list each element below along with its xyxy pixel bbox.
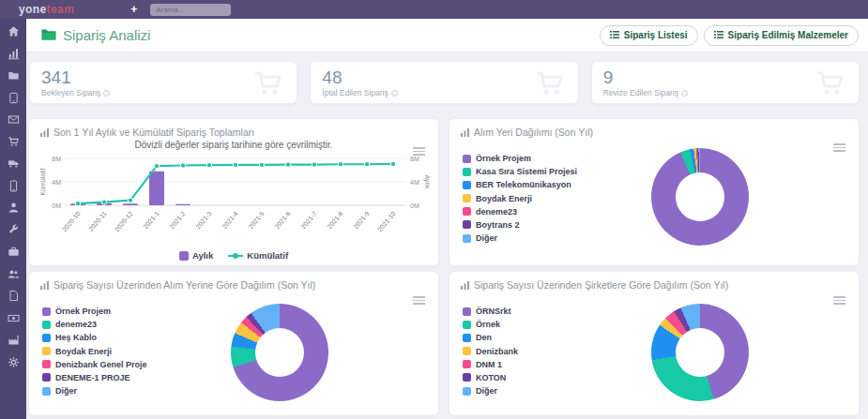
legend-item[interactable]: Heş Kablo — [42, 333, 147, 342]
search-input[interactable] — [150, 4, 231, 16]
chart-menu-icon[interactable] — [833, 296, 845, 307]
info-icon[interactable]: i — [103, 90, 110, 97]
sidebar-item-tablet-icon[interactable] — [6, 92, 21, 104]
factory-icon — [8, 334, 20, 346]
legend-item[interactable]: deneme23 — [463, 207, 577, 217]
info-icon[interactable]: i — [681, 90, 688, 97]
siparis-listesi-button[interactable]: Sipariş Listesi — [600, 25, 698, 46]
info-icon[interactable]: i — [391, 90, 398, 97]
bar[interactable] — [175, 204, 190, 205]
legend-item[interactable]: Örnek Projem — [42, 307, 147, 316]
stat-value: 48 — [322, 67, 566, 88]
line-marker[interactable] — [364, 162, 369, 167]
legend-item[interactable]: DENEME-1 PROJE — [42, 373, 147, 382]
sidebar-item-folder-icon[interactable] — [6, 69, 21, 82]
home-icon — [8, 25, 20, 37]
line-marker[interactable] — [128, 198, 132, 202]
legend-item[interactable]: Kasa Sıra Sistemi Projesi — [463, 167, 577, 176]
legend-item[interactable]: deneme23 — [42, 320, 147, 329]
sidebar-item-envelope-icon[interactable] — [6, 113, 21, 126]
sidebar-item-money-icon[interactable] — [6, 312, 21, 324]
svg-text:2020-11: 2020-11 — [87, 210, 108, 232]
legend-item[interactable]: Denizbank — [463, 347, 518, 356]
sidebar-item-wrench-icon[interactable] — [6, 224, 21, 236]
legend-swatch — [42, 373, 51, 382]
chart-icon — [461, 281, 469, 290]
chart-menu-icon[interactable] — [413, 296, 425, 307]
legend-item[interactable]: Diğer — [42, 386, 147, 396]
line-marker[interactable] — [180, 163, 185, 168]
sidebar-item-users-icon[interactable] — [6, 268, 21, 280]
legend-swatch — [42, 360, 51, 368]
legend-item[interactable]: BER Telekomünikasyon — [463, 180, 577, 189]
line-marker[interactable] — [233, 162, 237, 167]
line-marker[interactable] — [206, 162, 211, 167]
cart-icon — [253, 70, 283, 100]
svg-text:8M: 8M — [52, 156, 61, 162]
legend-item[interactable]: Diğer — [463, 233, 577, 243]
stat-card-iptal: 48 İptal Edilen Sipariş i — [310, 61, 578, 104]
legend-item[interactable]: Örnek Projem — [463, 154, 577, 163]
stat-label: İptal Edilen Sipariş — [322, 88, 388, 97]
add-icon[interactable]: + — [130, 4, 137, 15]
bar[interactable] — [123, 203, 138, 205]
donut-chart[interactable] — [651, 148, 749, 246]
donut-chart[interactable] — [231, 304, 328, 401]
legend-item-aylik[interactable]: Aylık — [179, 250, 213, 261]
sidebar-item-cart-icon[interactable] — [6, 136, 21, 148]
sidebar-item-truck-icon[interactable] — [6, 157, 21, 170]
donut-legend: ÖRNSrktÖrnekDenDenizbankDNM 1KOTONDiğer — [463, 307, 518, 396]
tablet-icon — [8, 92, 20, 104]
svg-text:2020-12: 2020-12 — [114, 210, 134, 232]
legend-label: Örnek Projem — [55, 307, 111, 316]
legend-label: deneme23 — [55, 320, 97, 329]
bar[interactable] — [149, 172, 164, 205]
stat-cards-row: 341 Bekleyen Sipariş i 48 İptal Edilen S… — [26, 52, 868, 104]
donut-hole — [676, 328, 724, 377]
line-marker[interactable] — [259, 162, 264, 167]
sidebar-item-file-icon[interactable] — [6, 290, 21, 302]
legend-item[interactable]: Boydak Enerji — [463, 194, 577, 203]
legend-item[interactable]: KOTON — [463, 373, 518, 382]
legend-swatch — [463, 347, 471, 355]
legend-item[interactable]: DNM 1 — [463, 360, 518, 369]
sidebar-item-gear-icon[interactable] — [6, 356, 21, 368]
stat-label: Bekleyen Sipariş — [41, 88, 100, 97]
app-logo[interactable]: yoneteam — [19, 3, 74, 16]
legend-label: deneme23 — [476, 207, 517, 217]
line-marker[interactable] — [390, 161, 395, 166]
legend-item[interactable]: Diğer — [463, 386, 518, 396]
legend-item[interactable]: ÖRNSrkt — [463, 307, 518, 316]
legend-item-kumulatif[interactable]: Kümülatif — [228, 250, 288, 261]
line-marker[interactable] — [285, 162, 290, 167]
combo-chart[interactable]: 0M0M4M4M8M8MKümülatifAylık2020-102020-11… — [38, 151, 431, 248]
svg-text:2021-5: 2021-5 — [247, 210, 265, 230]
line-marker[interactable] — [312, 162, 316, 167]
line-marker[interactable] — [101, 200, 106, 204]
legend-swatch — [463, 387, 471, 396]
sidebar-item-briefcase-icon[interactable] — [6, 246, 21, 258]
svg-text:2020-10: 2020-10 — [61, 210, 82, 232]
sidebar-item-user-icon[interactable] — [6, 202, 21, 214]
legend-swatch — [463, 155, 471, 163]
chart-menu-icon[interactable] — [833, 143, 845, 154]
donut-chart[interactable] — [651, 304, 749, 401]
donut-hole — [255, 328, 304, 377]
legend-item[interactable]: Denizbank Genel Proje — [42, 360, 147, 369]
sidebar-item-factory-icon[interactable] — [6, 334, 21, 346]
legend-item[interactable]: Boytrans 2 — [463, 220, 577, 230]
sidebar-item-bar-chart-icon[interactable] — [6, 48, 21, 60]
sidebar-item-home-icon[interactable] — [6, 25, 21, 37]
donut-legend: Örnek ProjemKasa Sıra Sistemi ProjesiBER… — [463, 154, 577, 243]
legend-item[interactable]: Örnek — [463, 320, 518, 329]
line-marker[interactable] — [75, 201, 80, 205]
svg-text:4M: 4M — [410, 179, 419, 186]
line-marker[interactable] — [338, 162, 343, 167]
legend-item[interactable]: Boydak Enerji — [42, 347, 147, 356]
mobile-icon — [8, 180, 20, 192]
sidebar-item-mobile-icon[interactable] — [6, 180, 21, 192]
siparis-edilmis-malzemeler-button[interactable]: Sipariş Edilmiş Malzemeler — [704, 25, 859, 46]
legend-item[interactable]: Den — [463, 333, 518, 342]
legend-swatch — [463, 207, 471, 216]
line-marker[interactable] — [154, 163, 159, 168]
